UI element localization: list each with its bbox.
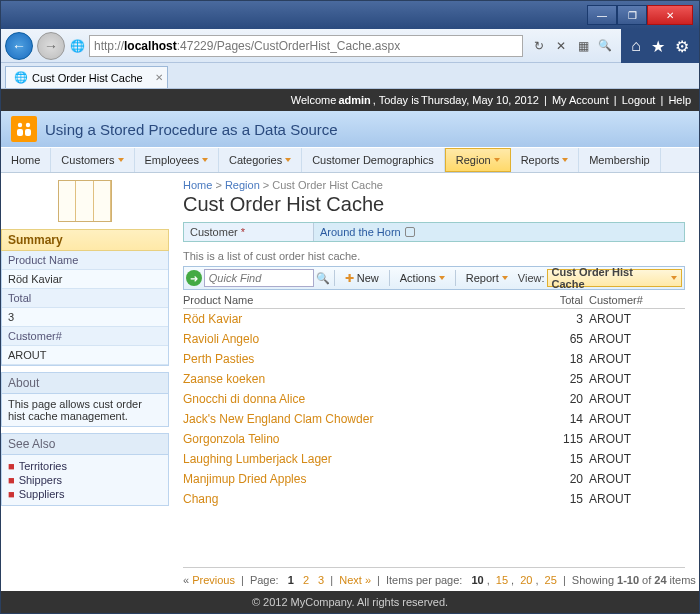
cell-customer: AROUT xyxy=(589,392,685,406)
pager-total: 24 xyxy=(654,574,666,586)
cell-product-name[interactable]: Ravioli Angelo xyxy=(183,332,539,346)
breadcrumb-leaf: Cust Order Hist Cache xyxy=(272,179,383,191)
new-button[interactable]: ✚New xyxy=(339,271,385,286)
cell-total: 25 xyxy=(539,372,589,386)
welcome-prefix: Welcome xyxy=(291,94,337,106)
stop-icon[interactable]: ✕ xyxy=(553,38,569,54)
svg-rect-3 xyxy=(25,129,31,136)
nav-customers[interactable]: Customers xyxy=(51,148,134,172)
main-content: Home > Region > Cust Order Hist Cache Cu… xyxy=(169,173,699,591)
cell-product-name[interactable]: Gorgonzola Telino xyxy=(183,432,539,446)
cell-product-name[interactable]: Chang xyxy=(183,492,539,506)
nav-membership[interactable]: Membership xyxy=(579,148,661,172)
minimize-button[interactable]: — xyxy=(587,5,617,25)
table-row[interactable]: Gorgonzola Telino115AROUT xyxy=(183,429,685,449)
address-bar[interactable]: http://localhost:47229/Pages/CustOrderHi… xyxy=(89,35,523,57)
page-title: Cust Order Hist Cache xyxy=(183,193,685,216)
cell-product-name[interactable]: Gnocchi di donna Alice xyxy=(183,392,539,406)
table-row[interactable]: Ravioli Angelo65AROUT xyxy=(183,329,685,349)
view-selector[interactable]: Cust Order Hist Cache xyxy=(547,269,682,287)
customer-filter-value[interactable]: Around the Horn xyxy=(314,223,684,241)
svg-point-1 xyxy=(26,123,30,127)
pager-ipp-20[interactable]: 20 xyxy=(520,574,532,586)
table-row[interactable]: Laughing Lumberjack Lager15AROUT xyxy=(183,449,685,469)
help-link[interactable]: Help xyxy=(668,94,691,106)
table-row[interactable]: Zaanse koeken25AROUT xyxy=(183,369,685,389)
actions-button[interactable]: Actions xyxy=(394,271,451,285)
pager-prev[interactable]: Previous xyxy=(192,574,235,586)
svg-point-0 xyxy=(18,123,22,127)
close-button[interactable]: ✕ xyxy=(647,5,693,25)
tab-close-icon[interactable]: ✕ xyxy=(155,72,163,83)
nav-categories[interactable]: Categories xyxy=(219,148,302,172)
summary-customer-label: Customer# xyxy=(2,327,168,346)
pager-ipp-25[interactable]: 25 xyxy=(545,574,557,586)
pager-ipp-10[interactable]: 10 xyxy=(471,574,483,586)
maximize-button[interactable]: ❐ xyxy=(617,5,647,25)
cell-total: 115 xyxy=(539,432,589,446)
quick-find-input[interactable] xyxy=(204,269,314,287)
cell-product-name[interactable]: Laughing Lumberjack Lager xyxy=(183,452,539,466)
app-header: Using a Stored Procedure as a Data Sourc… xyxy=(1,111,699,147)
seealso-link[interactable]: ■Territories xyxy=(8,459,162,473)
go-icon[interactable]: ➜ xyxy=(186,270,202,286)
home-icon[interactable]: ⌂ xyxy=(631,37,641,55)
forward-button[interactable]: → xyxy=(37,32,65,60)
tab-favicon: 🌐 xyxy=(14,71,28,84)
search-icon[interactable]: 🔍 xyxy=(597,38,613,54)
table-row[interactable]: Chang15AROUT xyxy=(183,489,685,509)
compat-icon[interactable]: ▦ xyxy=(575,38,591,54)
data-grid: Product Name Total Customer# Röd Kaviar3… xyxy=(183,290,685,567)
pager-page-1[interactable]: 1 xyxy=(288,574,294,586)
pager-page-3[interactable]: 3 xyxy=(318,574,324,586)
chevron-down-icon xyxy=(118,158,124,162)
pager-page-2[interactable]: 2 xyxy=(303,574,309,586)
col-customer[interactable]: Customer# xyxy=(589,294,685,306)
report-button[interactable]: Report xyxy=(460,271,514,285)
cell-customer: AROUT xyxy=(589,432,685,446)
my-account-link[interactable]: My Account xyxy=(552,94,609,106)
seealso-link[interactable]: ■Shippers xyxy=(8,473,162,487)
cell-total: 15 xyxy=(539,492,589,506)
col-product-name[interactable]: Product Name xyxy=(183,294,539,306)
grid-header: Product Name Total Customer# xyxy=(183,290,685,309)
cell-product-name[interactable]: Perth Pasties xyxy=(183,352,539,366)
pager-next[interactable]: Next » xyxy=(339,574,371,586)
favorites-icon[interactable]: ★ xyxy=(651,37,665,56)
nav-reports[interactable]: Reports xyxy=(511,148,580,172)
seealso-link[interactable]: ■Suppliers xyxy=(8,487,162,501)
cell-product-name[interactable]: Manjimup Dried Apples xyxy=(183,472,539,486)
refresh-icon[interactable]: ↻ xyxy=(531,38,547,54)
breadcrumb-region[interactable]: Region xyxy=(225,179,260,191)
col-total[interactable]: Total xyxy=(539,294,589,306)
summary-total-value: 3 xyxy=(2,308,168,327)
pager-ipp-15[interactable]: 15 xyxy=(496,574,508,586)
cell-product-name[interactable]: Zaanse koeken xyxy=(183,372,539,386)
breadcrumb-home[interactable]: Home xyxy=(183,179,212,191)
pager-ipp-label: Items per page: xyxy=(386,574,462,586)
sidebar-seealso-header: See Also xyxy=(1,433,169,454)
cell-product-name[interactable]: Röd Kaviar xyxy=(183,312,539,326)
cell-customer: AROUT xyxy=(589,492,685,506)
nav-employees[interactable]: Employees xyxy=(135,148,219,172)
table-row[interactable]: Gnocchi di donna Alice20AROUT xyxy=(183,389,685,409)
cell-customer: AROUT xyxy=(589,412,685,426)
table-row[interactable]: Manjimup Dried Apples20AROUT xyxy=(183,469,685,489)
browser-tab[interactable]: 🌐 Cust Order Hist Cache ✕ xyxy=(5,66,168,88)
table-row[interactable]: Jack's New England Clam Chowder14AROUT xyxy=(183,409,685,429)
sidebar-about-header: About xyxy=(1,372,169,393)
back-button[interactable]: ← xyxy=(5,32,33,60)
table-row[interactable]: Röd Kaviar3AROUT xyxy=(183,309,685,329)
nav-home[interactable]: Home xyxy=(1,148,51,172)
table-row[interactable]: Perth Pasties18AROUT xyxy=(183,349,685,369)
bullet-icon: ■ xyxy=(8,488,15,500)
cell-product-name[interactable]: Jack's New England Clam Chowder xyxy=(183,412,539,426)
search-icon[interactable]: 🔍 xyxy=(316,272,330,285)
customer-filter-label: Customer * xyxy=(184,223,314,241)
nav-customer-demographics[interactable]: Customer Demographics xyxy=(302,148,445,172)
tools-icon[interactable]: ⚙ xyxy=(675,37,689,56)
cell-customer: AROUT xyxy=(589,352,685,366)
nav-region[interactable]: Region xyxy=(445,148,511,172)
app-logo-icon xyxy=(11,116,37,142)
logout-link[interactable]: Logout xyxy=(622,94,656,106)
